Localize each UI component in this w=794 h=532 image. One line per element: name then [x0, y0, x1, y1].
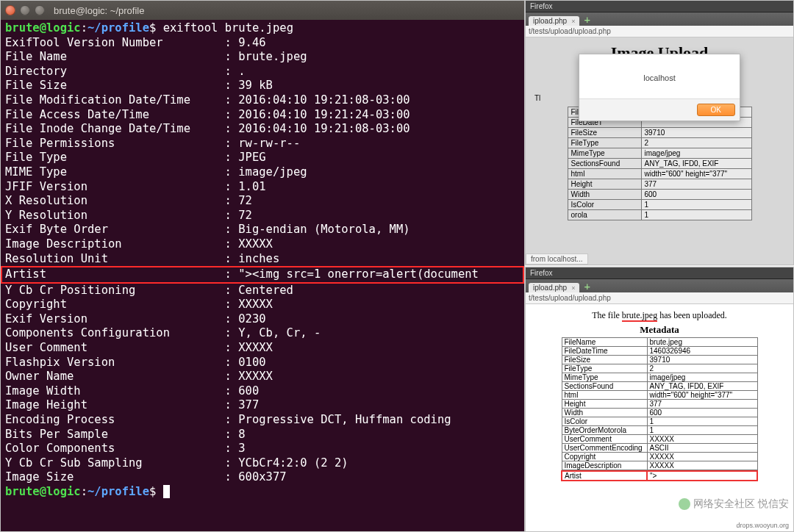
terminal-body[interactable]: brute@logic:~/profile$ exiftool brute.jp…	[1, 20, 524, 531]
address-bar[interactable]: t/tests/upload/upload.php	[526, 292, 793, 304]
tab-close-icon[interactable]: ×	[571, 18, 575, 25]
table-row: FileType2	[568, 138, 751, 148]
exif-row: Owner Name : XXXXX	[5, 370, 520, 384]
tab-strip: ipload.php × +	[526, 12, 793, 26]
table-row: Width600	[562, 409, 757, 417]
exif-row: Directory : .	[5, 65, 520, 79]
alert-ok-button[interactable]: OK	[697, 104, 735, 116]
table-row: UserCommentXXXXX	[562, 435, 757, 444]
exif-row: Exif Byte Order : Big-endian (Motorola, …	[5, 223, 520, 237]
exif-row: Y Cb Cr Sub Sampling : YCbCr4:2:0 (2 2)	[5, 456, 520, 471]
uploaded-filename: brute.jpeg	[622, 310, 657, 322]
new-tab-icon[interactable]: +	[581, 14, 593, 26]
exif-row: Flashpix Version : 0100	[5, 356, 520, 370]
table-row: FileDateTime1460326946	[562, 347, 757, 356]
tab-upload[interactable]: ipload.php ×	[529, 16, 579, 26]
exif-row: Image Size : 600x377	[5, 470, 520, 485]
table-row: orola1	[568, 210, 751, 220]
tab-label: ipload.php	[533, 17, 567, 25]
exif-row: Copyright : XXXXX	[5, 298, 520, 312]
window-title: brute@logic: ~/profile	[54, 5, 144, 16]
exif-row: File Permissions : rw-rw-r--	[5, 137, 520, 151]
exif-row: File Name : brute.jpeg	[5, 50, 520, 65]
close-icon[interactable]	[5, 5, 15, 15]
table-row: ImageDescriptionXXXXX	[562, 461, 757, 470]
exif-row: Exif Version : 0230	[5, 312, 520, 327]
tab-close-icon[interactable]: ×	[571, 284, 575, 292]
table-row: MimeTypeimage/jpeg	[562, 373, 757, 382]
footer-url: drops.wooyun.org	[736, 522, 789, 529]
exif-row: File Type : JPEG	[5, 151, 520, 165]
metadata-heading: Metadata	[532, 324, 787, 336]
exif-row: ExifTool Version Number : 9.46	[5, 36, 520, 51]
terminal-titlebar: brute@logic: ~/profile	[1, 1, 524, 20]
exif-row: File Size : 39 kB	[5, 79, 520, 93]
exif-row: Image Height : 377	[5, 398, 520, 413]
table-row: FileSize39710	[568, 128, 751, 138]
exif-row: Image Width : 600	[5, 384, 520, 399]
table-row: ByteOrderMotorola1	[562, 426, 757, 435]
table-row: Height377	[562, 400, 757, 409]
browser-bottom: Firefox ipload.php × + t/tests/upload/up…	[525, 267, 794, 532]
exif-row: File Modification Date/Time : 2016:04:10…	[5, 93, 520, 108]
metadata-table-partial: FileNameFileDateTFileSize39710FileType2M…	[568, 107, 752, 220]
exif-row: Components Configuration : Y, Cb, Cr, -	[5, 326, 520, 341]
table-row: htmlwidth="600" height="377"	[568, 169, 751, 179]
table-row: FileType2	[562, 364, 757, 373]
tab-strip: ipload.php × +	[526, 279, 793, 292]
firefox-header: Firefox	[526, 1, 793, 12]
table-row: SectionsFoundANY_TAG, IFD0, EXIF	[562, 382, 757, 391]
exif-row: Encoding Process : Progressive DCT, Huff…	[5, 413, 520, 428]
browser-top: Firefox ipload.php × + t/tests/upload/up…	[525, 0, 794, 265]
minimize-icon[interactable]	[20, 5, 30, 15]
exif-row: MIME Type : image/jpeg	[5, 165, 520, 180]
tab-label: ipload.php	[533, 284, 567, 292]
exif-row-artist: Artist : "><img src=1 onerror=alert(docu…	[1, 266, 524, 284]
watermark: 网络安全社区 悦信安	[679, 497, 789, 511]
table-row: IsColor1	[562, 417, 757, 426]
table-row: Width600	[568, 190, 751, 200]
table-row-artist: Artist">	[562, 471, 757, 481]
firefox-header: Firefox	[526, 267, 793, 279]
new-tab-icon[interactable]: +	[581, 281, 593, 292]
exif-row: Color Components : 3	[5, 442, 520, 456]
maximize-icon[interactable]	[35, 5, 45, 15]
status-bar: from localhost...	[526, 254, 588, 265]
exif-row: File Inode Change Date/Time : 2016:04:10…	[5, 122, 520, 137]
exif-row: Image Description : XXXXX	[5, 237, 520, 252]
upload-message: The file brute.jpeg has been uploaded.	[532, 310, 787, 321]
table-row: CopyrightXXXXX	[562, 453, 757, 461]
alert-text: localhost	[579, 54, 740, 98]
table-row: FileSize39710	[562, 356, 757, 364]
table-row: IsColor1	[568, 200, 751, 210]
exif-row: Y Cb Cr Positioning : Centered	[5, 284, 520, 298]
table-row: SectionsFoundANY_TAG, IFD0, EXIF	[568, 159, 751, 169]
table-row: UserCommentEncodingASCII	[562, 444, 757, 453]
upload-page: Image Upload Browse... No file selected.…	[526, 37, 793, 265]
metadata-table: FileNamebrute.jpegFileDateTime1460326946…	[561, 337, 758, 481]
exif-row: JFIF Version : 1.01	[5, 180, 520, 195]
exif-row: Bits Per Sample : 8	[5, 428, 520, 442]
table-row: MimeTypeimage/jpeg	[568, 148, 751, 159]
exif-row: File Access Date/Time : 2016:04:10 19:21…	[5, 108, 520, 123]
table-row: htmlwidth="600" height="377"	[562, 391, 757, 400]
exif-row: User Comment : XXXXX	[5, 341, 520, 356]
wechat-icon	[679, 498, 690, 510]
table-row: Height377	[568, 179, 751, 190]
exif-row: Y Resolution : 72	[5, 209, 520, 223]
exif-row: X Resolution : 72	[5, 194, 520, 209]
address-bar[interactable]: t/tests/upload/upload.php	[526, 26, 793, 37]
result-page: The file brute.jpeg has been uploaded. M…	[526, 304, 793, 487]
exif-row: Resolution Unit : inches	[5, 252, 520, 267]
table-row: FileNamebrute.jpeg	[562, 338, 757, 347]
terminal-window: brute@logic: ~/profile brute@logic:~/pro…	[0, 0, 525, 532]
tab-upload[interactable]: ipload.php ×	[529, 283, 579, 292]
alert-dialog: localhost OK	[579, 54, 740, 121]
